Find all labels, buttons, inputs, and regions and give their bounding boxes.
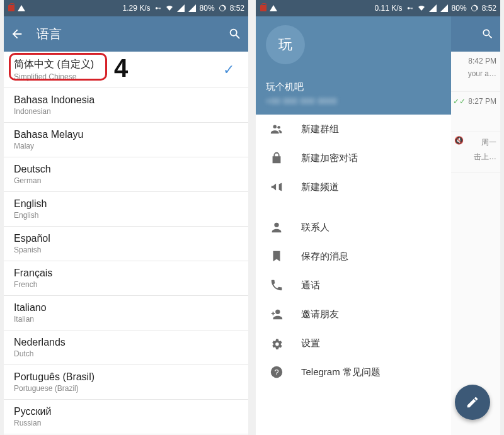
language-row[interactable]: NederlandsDutch <box>4 330 248 365</box>
battery-circle-icon <box>471 4 478 12</box>
language-english: Portuguese (Brazil) <box>14 384 238 393</box>
avatar-initial: 玩 <box>278 35 292 54</box>
language-row[interactable]: EspañolSpanish <box>4 227 248 261</box>
language-row[interactable]: РусскийRussian <box>4 400 248 434</box>
svg-point-4 <box>407 7 409 9</box>
gear-icon <box>270 336 284 350</box>
drawer-item-label: 设置 <box>301 337 320 349</box>
drawer-item[interactable]: 设置 <box>256 329 451 358</box>
key-icon <box>154 4 162 12</box>
chat-snippet: your a… <box>454 69 496 78</box>
wifi-icon <box>418 4 425 12</box>
check-icon: ✓ <box>223 62 234 78</box>
language-list[interactable]: 简体中文 (自定义)Simplified Chinese✓Bahasa Indo… <box>4 52 248 435</box>
warning-icon <box>270 4 277 12</box>
language-english: English <box>14 211 238 220</box>
shopping-bag-icon <box>260 4 267 12</box>
search-button[interactable] <box>481 28 494 40</box>
language-row[interactable]: Bahasa IndonesiaIndonesian <box>4 88 248 123</box>
language-english: Malay <box>14 142 238 150</box>
chat-time: 8:42 PM <box>454 57 496 65</box>
battery-label: 80% <box>452 4 467 13</box>
megaphone-icon <box>270 180 284 194</box>
lock-icon <box>270 151 284 165</box>
language-native: English <box>14 198 238 210</box>
svg-rect-2 <box>159 8 160 9</box>
drawer-item[interactable]: 邀请朋友 <box>256 300 451 329</box>
drawer-item[interactable]: 新建群组 <box>256 115 451 144</box>
svg-point-9 <box>277 126 280 129</box>
language-row[interactable]: EnglishEnglish <box>4 192 248 227</box>
status-bar: 1.29 K/s 80% 8:52 <box>4 0 248 16</box>
language-row[interactable]: DeutschGerman <box>4 157 248 192</box>
language-english: Spanish <box>14 246 238 254</box>
svg-point-8 <box>273 125 277 129</box>
phone-right: 0.11 K/s 80% 8:52 8:42 PMyour a…✓✓8:27 P… <box>256 0 500 435</box>
language-native: Русский <box>14 406 238 417</box>
compose-fab[interactable] <box>455 385 490 420</box>
shopping-bag-icon <box>8 4 15 12</box>
bookmark-icon <box>270 249 284 263</box>
app-bar <box>450 16 500 52</box>
clock: 8:52 <box>230 4 244 13</box>
drawer-item-label: 联系人 <box>301 222 329 234</box>
signal-icon <box>177 4 185 12</box>
back-button[interactable] <box>10 27 24 41</box>
phone-left: 1.29 K/s 80% 8:52 语言 简体中文 (自定义)Simplifie… <box>4 0 248 435</box>
muted-icon: 🔇 <box>454 136 464 145</box>
app-bar: 语言 <box>4 16 248 52</box>
key-icon <box>406 4 414 12</box>
status-bar: 0.11 K/s 80% 8:52 <box>256 0 500 16</box>
clock: 8:52 <box>482 4 496 13</box>
language-english: Russian <box>14 419 238 427</box>
language-english: German <box>14 176 238 185</box>
language-native: Nederlands <box>14 337 238 348</box>
drawer-item[interactable]: 新建加密对话 <box>256 144 451 172</box>
chat-peek-row[interactable]: 8:42 PMyour a… <box>450 52 500 92</box>
drawer-item[interactable]: 联系人 <box>256 213 451 242</box>
svg-rect-6 <box>411 8 412 9</box>
warning-icon <box>18 4 25 12</box>
language-english: Dutch <box>14 349 238 358</box>
language-row[interactable]: FrançaisFrench <box>4 261 248 296</box>
drawer-item[interactable]: 通话 <box>256 271 451 300</box>
chat-peek-row[interactable]: ✓✓8:27 PM <box>450 92 500 132</box>
language-english: Italian <box>14 315 238 324</box>
person-icon <box>270 220 284 234</box>
language-row[interactable]: Português (Brasil)Portuguese (Brazil) <box>4 365 248 400</box>
drawer-item-label: 通话 <box>301 280 320 291</box>
language-native: Bahasa Melayu <box>14 129 238 140</box>
signal-icon <box>429 4 437 12</box>
language-english: Indonesian <box>14 107 238 116</box>
net-speed: 0.11 K/s <box>375 4 403 13</box>
svg-rect-1 <box>158 8 161 9</box>
language-native: Français <box>14 268 238 279</box>
phone-icon <box>270 278 284 292</box>
drawer-item[interactable]: ?Telegram 常见问题 <box>256 358 451 387</box>
chat-peek-row[interactable]: 🔇周一击上… <box>450 132 500 172</box>
language-row[interactable]: ItalianoItalian <box>4 296 248 330</box>
language-row[interactable]: Bahasa MelayuMalay <box>4 123 248 157</box>
nav-drawer: 玩 玩个机吧 +00 000 000 0000 新建群组新建加密对话新建频道联系… <box>256 16 451 435</box>
profile-phone: +00 000 000 0000 <box>266 97 337 106</box>
drawer-item-label: 新建加密对话 <box>301 152 358 164</box>
drawer-item-label: 新建频道 <box>301 181 339 193</box>
language-native: Español <box>14 233 238 244</box>
drawer-item-label: 保存的消息 <box>301 251 348 263</box>
profile-name: 玩个机吧 <box>266 81 304 93</box>
svg-point-10 <box>274 223 278 227</box>
drawer-items: 新建群组新建加密对话新建频道联系人保存的消息通话邀请朋友设置?Telegram … <box>256 115 451 387</box>
drawer-header: 玩 玩个机吧 +00 000 000 0000 <box>256 16 451 115</box>
avatar[interactable]: 玩 <box>266 25 305 64</box>
chat-list-peek: 8:42 PMyour a…✓✓8:27 PM🔇周一击上… <box>450 16 500 435</box>
language-native: Português (Brasil) <box>14 371 238 383</box>
help-icon: ? <box>270 365 284 379</box>
drawer-item[interactable]: 新建频道 <box>256 172 451 201</box>
drawer-item[interactable]: 保存的消息 <box>256 242 451 271</box>
search-button[interactable] <box>228 27 242 41</box>
net-speed: 1.29 K/s <box>123 4 151 13</box>
group-icon <box>270 122 284 136</box>
svg-point-11 <box>275 310 280 314</box>
callout-step-number: 4 <box>114 54 128 82</box>
drawer-item-label: 邀请朋友 <box>301 308 339 320</box>
